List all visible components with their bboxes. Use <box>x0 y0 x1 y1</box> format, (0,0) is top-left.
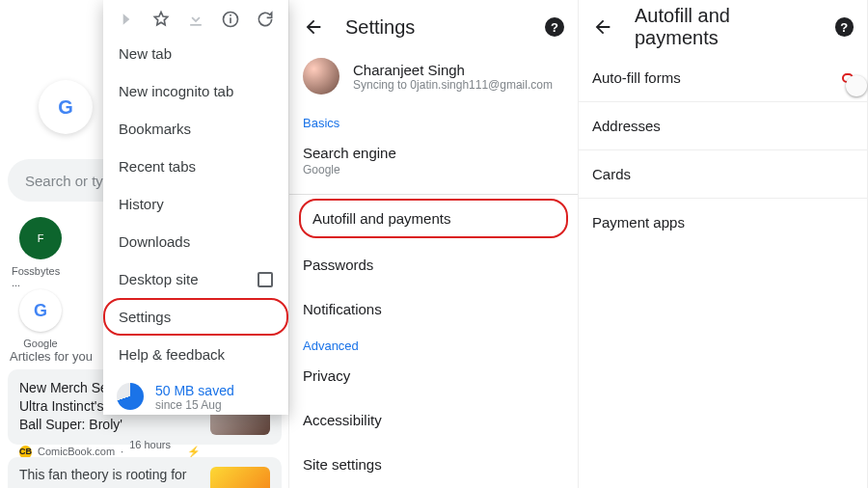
svg-rect-1 <box>230 17 231 23</box>
menu-help-feedback[interactable]: Help & feedback <box>103 336 288 373</box>
setting-site-settings[interactable]: Site settings <box>289 442 578 486</box>
setting-label: Passwords <box>303 257 373 273</box>
article-thumbnail <box>210 467 270 488</box>
settings-appbar: Settings ? <box>289 0 578 54</box>
setting-addresses[interactable]: Addresses <box>579 102 867 150</box>
menu-label: Bookmarks <box>119 121 191 137</box>
setting-label: Notifications <box>303 301 382 317</box>
article-line: This fan theory is rooting for <box>19 467 201 488</box>
setting-label: Auto-fill forms <box>592 69 681 86</box>
section-advanced-label: Advanced <box>289 331 578 353</box>
autofill-appbar: Autofill and payments ? <box>579 0 867 54</box>
section-basics-label: Basics <box>289 108 578 130</box>
menu-label: Desktop site <box>119 271 199 287</box>
site-shortcut-label: Fossbytes ... <box>12 265 69 288</box>
data-saver-amount: 50 MB saved <box>155 383 234 398</box>
menu-history[interactable]: History <box>103 185 288 223</box>
menu-downloads[interactable]: Downloads <box>103 223 288 260</box>
setting-label: Addresses <box>592 118 661 134</box>
menu-desktop-site[interactable]: Desktop site <box>103 260 288 298</box>
menu-label: New incognito tab <box>119 83 233 99</box>
menu-label: Recent tabs <box>119 158 196 175</box>
menu-new-tab[interactable]: New tab <box>103 35 288 72</box>
site-shortcut-fossbytes[interactable]: F Fossbytes ... <box>12 217 69 288</box>
back-icon[interactable] <box>303 16 324 38</box>
menu-label: Settings <box>119 309 171 325</box>
autofill-list: Auto-fill forms Addresses Cards Payment … <box>579 54 867 246</box>
setting-label: Payment apps <box>592 214 685 230</box>
setting-label: Autofill and payments <box>312 210 450 227</box>
setting-privacy[interactable]: Privacy <box>289 353 578 397</box>
setting-autofill-forms[interactable]: Auto-fill forms <box>579 54 867 102</box>
site-shortcut-chip: F <box>19 217 62 259</box>
setting-notifications[interactable]: Notifications <box>289 286 578 331</box>
menu-label: Downloads <box>119 233 190 250</box>
info-icon[interactable] <box>221 10 240 29</box>
svg-rect-2 <box>230 14 231 16</box>
page-title: Settings <box>345 16 415 39</box>
pane-settings: Settings ? Charanjeet Singh Syncing to 0… <box>289 0 579 488</box>
forward-icon[interactable] <box>117 10 136 29</box>
menu-bookmarks[interactable]: Bookmarks <box>103 110 288 148</box>
articles-for-you-label: Articles for you <box>10 349 93 364</box>
google-logo-large: G <box>39 80 93 134</box>
divider <box>289 194 578 195</box>
overflow-menu: New tab New incognito tab Bookmarks Rece… <box>103 0 288 415</box>
pane-autofill-payments: Autofill and payments ? Auto-fill forms … <box>579 0 868 488</box>
toggle-knob-icon <box>846 75 867 96</box>
overflow-menu-toolbar <box>103 0 288 35</box>
setting-passwords[interactable]: Passwords <box>289 242 578 286</box>
setting-search-engine[interactable]: Search engine Google <box>289 130 578 190</box>
setting-label: Cards <box>592 166 631 182</box>
setting-label: Site settings <box>303 456 382 473</box>
article-card-2[interactable]: This fan theory is rooting for <box>8 457 282 488</box>
star-icon[interactable] <box>151 10 171 29</box>
settings-profile[interactable]: Charanjeet Singh Syncing to 0jatin.singh… <box>289 54 578 108</box>
menu-data-saver[interactable]: 50 MB saved since 15 Aug <box>103 373 288 421</box>
site-shortcut-google[interactable]: G Google <box>12 289 69 349</box>
setting-accessibility[interactable]: Accessibility <box>289 397 578 442</box>
data-saver-since: since 15 Aug <box>155 398 234 412</box>
setting-cards[interactable]: Cards <box>579 150 867 199</box>
page-title: Autofill and payments <box>635 5 814 49</box>
profile-name: Charanjeet Singh <box>353 62 553 78</box>
profile-sync-status: Syncing to 0jatin.singh111@gmail.com <box>353 78 553 92</box>
profile-text: Charanjeet Singh Syncing to 0jatin.singh… <box>353 62 553 92</box>
setting-payment-apps[interactable]: Payment apps <box>579 199 867 246</box>
checkbox-unchecked-icon[interactable] <box>258 272 273 287</box>
setting-label: Accessibility <box>303 412 382 428</box>
help-icon[interactable]: ? <box>545 17 564 37</box>
refresh-icon[interactable] <box>256 10 275 29</box>
help-icon[interactable]: ? <box>835 17 854 37</box>
avatar <box>303 58 339 95</box>
data-saver-icon <box>117 383 144 410</box>
site-shortcut-label: Google <box>23 338 57 349</box>
pane-home: G Search or type w F Fossbytes ... Face … <box>0 0 289 488</box>
data-saver-text: 50 MB saved since 15 Aug <box>155 383 234 412</box>
setting-subvalue: Google <box>303 163 564 176</box>
menu-label: New tab <box>119 45 172 62</box>
setting-label: Privacy <box>303 367 350 384</box>
site-shortcut-chip: G <box>19 289 62 332</box>
menu-label: Help & feedback <box>119 346 225 363</box>
menu-new-incognito-tab[interactable]: New incognito tab <box>103 72 288 110</box>
back-icon[interactable] <box>592 16 613 38</box>
download-icon[interactable] <box>186 10 205 29</box>
setting-autofill-payments[interactable]: Autofill and payments <box>299 199 568 238</box>
menu-settings[interactable]: Settings <box>103 298 288 336</box>
menu-label: History <box>119 196 164 212</box>
menu-recent-tabs[interactable]: Recent tabs <box>103 148 288 185</box>
setting-label: Search engine <box>303 145 396 161</box>
toggle-highlight <box>842 73 854 83</box>
